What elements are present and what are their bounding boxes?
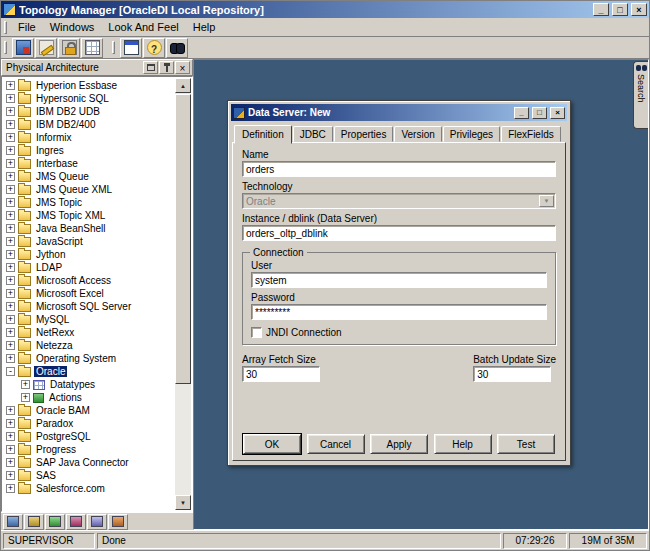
tree-item[interactable]: +Microsoft Access <box>3 274 175 287</box>
toolbar-grip[interactable] <box>112 41 115 54</box>
tree-item[interactable]: +JMS Topic XML <box>3 209 175 222</box>
maximize-button[interactable]: □ <box>612 3 628 16</box>
tab-definition[interactable]: Definition <box>234 125 292 144</box>
tree-expander[interactable]: + <box>6 94 15 103</box>
tree-expander[interactable]: + <box>6 159 15 168</box>
tree-item[interactable]: +LDAP <box>3 261 175 274</box>
dialog-minimize-button[interactable]: _ <box>514 107 529 119</box>
lock-button[interactable] <box>58 38 80 58</box>
tree-item[interactable]: +Actions <box>3 391 175 404</box>
menu-look-and-feel[interactable]: Look And Feel <box>101 19 185 35</box>
tree-item[interactable]: -Oracle <box>3 365 175 378</box>
tree-expander[interactable]: + <box>6 419 15 428</box>
tree-expander[interactable]: + <box>6 198 15 207</box>
tree-item[interactable]: +MySQL <box>3 313 175 326</box>
edit-button[interactable] <box>35 38 57 58</box>
tree-expander[interactable]: + <box>6 263 15 272</box>
tree-expander[interactable]: + <box>6 484 15 493</box>
tree-expander[interactable]: + <box>6 185 15 194</box>
jndi-checkbox[interactable] <box>251 327 262 338</box>
tree-item[interactable]: +Datatypes <box>3 378 175 391</box>
tree-expander[interactable]: + <box>6 224 15 233</box>
tree-expander[interactable]: + <box>6 120 15 129</box>
dialog-close-button[interactable]: × <box>550 107 565 119</box>
tab-properties[interactable]: Properties <box>334 126 394 142</box>
ok-button[interactable]: OK <box>243 434 301 454</box>
tree-expander[interactable]: + <box>6 81 15 90</box>
tree-item[interactable]: +Java BeanShell <box>3 222 175 235</box>
generic-actions-tab[interactable] <box>108 514 128 530</box>
tree-item[interactable]: +JavaScript <box>3 235 175 248</box>
tree-item[interactable]: +Interbase <box>3 157 175 170</box>
tab-privileges[interactable]: Privileges <box>443 126 500 142</box>
tree-item[interactable]: +Hyperion Essbase <box>3 79 175 92</box>
help-button[interactable]: Help <box>434 434 492 454</box>
languages-tab[interactable] <box>66 514 86 530</box>
batch-update-input[interactable] <box>473 366 551 382</box>
repositories-tab[interactable] <box>87 514 107 530</box>
tree-item[interactable]: +JMS Queue XML <box>3 183 175 196</box>
search-tab[interactable]: Search <box>633 61 648 129</box>
tree-expander[interactable]: + <box>6 432 15 441</box>
tree-expander[interactable]: + <box>6 328 15 337</box>
instance-input[interactable] <box>242 225 556 241</box>
tab-flexfields[interactable]: FlexFields <box>501 126 561 142</box>
menu-windows[interactable]: Windows <box>43 19 102 35</box>
tree-item[interactable]: +JMS Topic <box>3 196 175 209</box>
tree-expander[interactable]: + <box>6 458 15 467</box>
tree-item[interactable]: +Hypersonic SQL <box>3 92 175 105</box>
tree-expander[interactable]: + <box>6 302 15 311</box>
tree-expander[interactable]: + <box>6 445 15 454</box>
cancel-button[interactable]: Cancel <box>307 434 365 454</box>
name-input[interactable] <box>242 161 556 177</box>
user-input[interactable] <box>251 272 547 288</box>
menu-grip[interactable] <box>4 21 7 34</box>
search-button[interactable] <box>166 38 188 58</box>
dialog-maximize-button[interactable]: □ <box>532 107 547 119</box>
minimize-button[interactable]: _ <box>593 3 609 16</box>
tree-item[interactable]: +PostgreSQL <box>3 430 175 443</box>
tree-expander[interactable]: - <box>6 367 15 376</box>
tree-expander[interactable]: + <box>6 146 15 155</box>
toolbar-grip[interactable] <box>4 41 7 54</box>
physical-architecture-tab[interactable] <box>3 514 23 530</box>
password-input[interactable] <box>251 304 547 320</box>
tree-item[interactable]: +Ingres <box>3 144 175 157</box>
tree-item[interactable]: +Jython <box>3 248 175 261</box>
tree-item[interactable]: +IBM DB2/400 <box>3 118 175 131</box>
help-button[interactable] <box>143 38 165 58</box>
tree-item[interactable]: +SAS <box>3 469 175 482</box>
array-fetch-input[interactable] <box>242 366 320 382</box>
designer-window-button[interactable] <box>120 38 142 58</box>
tree-item[interactable]: +NetRexx <box>3 326 175 339</box>
tree-expander[interactable]: + <box>6 341 15 350</box>
tree-expander[interactable]: + <box>6 289 15 298</box>
tab-version[interactable]: Version <box>394 126 441 142</box>
dialog-title-bar[interactable]: Data Server: New _ □ × <box>231 104 567 121</box>
title-bar[interactable]: Topology Manager [OracleDI Local Reposit… <box>1 1 649 18</box>
tree-item[interactable]: +Progress <box>3 443 175 456</box>
tree-expander[interactable]: + <box>21 393 30 402</box>
tree-expander[interactable]: + <box>6 211 15 220</box>
float-button[interactable] <box>143 61 158 74</box>
tree-expander[interactable]: + <box>6 406 15 415</box>
vertical-scrollbar[interactable]: ▲ ▼ <box>175 78 191 510</box>
tree-expander[interactable]: + <box>6 172 15 181</box>
tree-item[interactable]: +Netezza <box>3 339 175 352</box>
tree-expander[interactable]: + <box>6 354 15 363</box>
logical-architecture-tab[interactable] <box>45 514 65 530</box>
scroll-down-button[interactable]: ▼ <box>175 495 191 510</box>
scroll-thumb[interactable] <box>175 94 191 384</box>
tree-item[interactable]: +Informix <box>3 131 175 144</box>
menu-help[interactable]: Help <box>186 19 223 35</box>
test-button[interactable]: Test <box>497 434 555 454</box>
tree-expander[interactable]: + <box>6 133 15 142</box>
tab-jdbc[interactable]: JDBC <box>293 126 333 142</box>
tree-expander[interactable]: + <box>6 315 15 324</box>
tree-expander[interactable]: + <box>6 237 15 246</box>
menu-file[interactable]: File <box>11 19 43 35</box>
technology-combo[interactable]: Oracle ▼ <box>242 193 556 209</box>
export-button[interactable] <box>81 38 103 58</box>
tree-expander[interactable]: + <box>21 380 30 389</box>
tree-expander[interactable]: + <box>6 107 15 116</box>
